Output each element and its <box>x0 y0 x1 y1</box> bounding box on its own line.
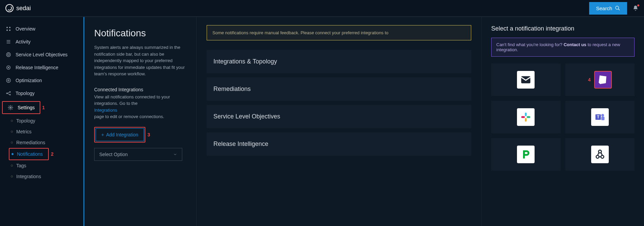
svg-point-13 <box>8 80 9 81</box>
section-slo[interactable]: Service Level Objectives <box>207 105 471 128</box>
nav-release[interactable]: Release Intelligence <box>0 61 84 74</box>
search-label: Search <box>596 5 612 11</box>
svg-point-30 <box>601 155 604 158</box>
nav-activity[interactable]: Activity <box>0 35 84 48</box>
integrations-link[interactable]: Integrations <box>94 108 117 113</box>
section-remediations[interactable]: Remediations <box>207 77 471 101</box>
email-icon <box>517 71 535 89</box>
svg-line-18 <box>7 93 10 95</box>
svg-point-9 <box>6 53 11 57</box>
topbar: sedai Search <box>0 0 644 17</box>
tile-email[interactable] <box>491 63 561 96</box>
svg-text:T: T <box>597 115 600 119</box>
pagerduty-icon <box>517 146 535 163</box>
brand-name: sedai <box>16 5 31 12</box>
step-3-label: 3 <box>147 132 150 137</box>
step-2-label: 2 <box>51 151 54 157</box>
notifications-panel: Notifications System alerts are always s… <box>85 17 196 226</box>
activity-icon <box>5 39 12 45</box>
connected-heading: Connected Integrations <box>94 87 187 92</box>
tile-slack[interactable] <box>491 101 561 133</box>
picker-title: Select a notification integration <box>491 25 635 32</box>
nav-slo[interactable]: Service Level Objectives <box>0 48 84 61</box>
subnav-notifications[interactable]: Notifications <box>9 148 49 160</box>
search-icon <box>615 5 620 11</box>
gear-icon <box>7 105 14 111</box>
nav-settings[interactable]: Settings <box>2 101 40 114</box>
logo-mark-icon <box>5 4 14 12</box>
tile-webhook[interactable] <box>565 138 635 171</box>
step-1-label: 1 <box>42 105 45 110</box>
svg-point-4 <box>6 30 8 31</box>
webhook-icon <box>591 146 609 163</box>
optimization-icon <box>5 77 12 83</box>
subnav-tags[interactable]: Tags <box>0 160 84 171</box>
svg-rect-23 <box>525 118 527 122</box>
teams-icon: T <box>591 108 609 126</box>
subnav-topology[interactable]: Topology <box>0 115 84 126</box>
svg-point-15 <box>9 92 11 93</box>
nav-topology[interactable]: Topology <box>0 87 84 100</box>
section-integrations-topology[interactable]: Integrations & Topology <box>207 50 471 73</box>
svg-point-10 <box>7 54 9 55</box>
warning-banner: Some notifications require manual feedba… <box>207 25 471 40</box>
tile-teams[interactable]: T <box>565 101 635 133</box>
main-content: Some notifications require manual feedba… <box>196 17 481 226</box>
svg-point-27 <box>601 114 604 117</box>
svg-point-16 <box>9 94 11 95</box>
svg-point-5 <box>9 30 11 31</box>
add-integration-button[interactable]: + Add Integration <box>96 128 144 141</box>
overview-icon <box>5 26 12 32</box>
add-integration-label: Add Integration <box>106 132 138 137</box>
release-icon <box>5 64 12 71</box>
svg-point-12 <box>6 78 11 82</box>
topology-icon <box>5 90 12 96</box>
integration-select[interactable]: Select Option <box>94 148 182 161</box>
subnav-metrics[interactable]: Metrics <box>0 126 84 137</box>
svg-point-2 <box>6 27 8 28</box>
svg-point-0 <box>616 6 619 9</box>
svg-point-14 <box>6 93 7 94</box>
connected-description: View all notifications connected to your… <box>94 94 187 120</box>
svg-rect-21 <box>525 113 527 116</box>
target-icon <box>5 52 12 58</box>
svg-rect-22 <box>527 116 531 118</box>
chevron-down-icon <box>173 152 177 156</box>
svg-point-3 <box>9 27 11 28</box>
subnav-integrations[interactable]: Integrations <box>0 171 84 182</box>
tile-datadog[interactable]: 4 <box>565 63 635 96</box>
svg-point-19 <box>10 107 11 108</box>
integration-picker-panel: Select a notification integration Can't … <box>481 17 644 226</box>
svg-line-17 <box>7 92 10 93</box>
svg-rect-24 <box>521 116 525 118</box>
panel-description: System alerts are always summarized in t… <box>94 44 187 77</box>
sidebar: Overview Activity Service Level Objectiv… <box>0 17 85 226</box>
nav-overview[interactable]: Overview <box>0 22 84 35</box>
svg-rect-28 <box>601 117 604 120</box>
panel-title: Notifications <box>94 28 187 39</box>
subnav-remediations[interactable]: Remediations <box>0 137 84 148</box>
logo[interactable]: sedai <box>5 4 31 12</box>
slack-icon <box>517 108 535 126</box>
section-release-intelligence[interactable]: Release Intelligence <box>207 132 471 156</box>
contact-banner: Can't find what you're looking for? Cont… <box>491 38 635 57</box>
notifications-bell-icon[interactable] <box>632 5 639 11</box>
svg-line-1 <box>618 9 620 10</box>
select-placeholder: Select Option <box>99 152 128 157</box>
datadog-icon <box>594 71 612 89</box>
contact-us-link[interactable]: Contact us <box>564 42 586 47</box>
search-button[interactable]: Search <box>589 2 627 15</box>
step-4-label: 4 <box>588 77 591 82</box>
tile-pagerduty[interactable] <box>491 138 561 171</box>
nav-optimization[interactable]: Optimization <box>0 74 84 87</box>
plus-icon: + <box>101 132 104 137</box>
svg-point-29 <box>596 155 599 158</box>
